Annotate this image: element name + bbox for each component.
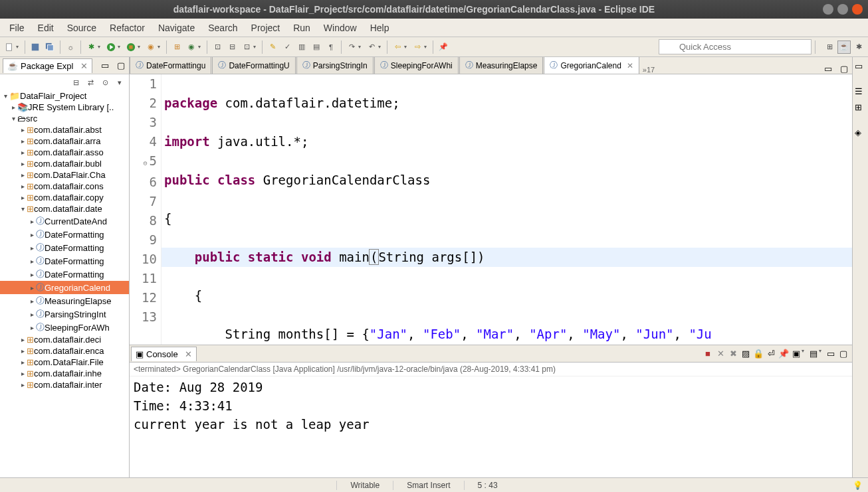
tree-item[interactable]: ▸⊞com.DataFlair.Cha [0,169,129,181]
back-icon[interactable]: ⇦ [391,41,404,54]
coverage-icon[interactable] [124,41,138,54]
clear-console-icon[interactable]: ▨ [740,348,752,360]
save-all-icon[interactable] [43,41,56,54]
minimize-console-icon[interactable]: ▭ [825,348,837,360]
new-class-icon[interactable]: ◉ [185,41,198,54]
menu-navigate[interactable]: Navigate [152,20,201,36]
ext-tools-icon[interactable]: ◉ [144,41,158,54]
minimize-editor-icon[interactable]: ▭ [820,64,836,74]
maximize-editor-icon[interactable]: ▢ [836,64,852,74]
open-type-icon[interactable]: ⊡ [211,41,224,54]
dropdown-icon[interactable]: ▾ [404,44,409,50]
menu-run[interactable]: Run [286,20,317,36]
dropdown-icon[interactable]: ▾ [802,348,807,360]
open-task-icon[interactable]: ⊟ [225,41,239,54]
tree-item[interactable]: ▸ⒿDateFormatting [0,241,129,254]
tree-item[interactable]: ▸⊞com.dataflair.bubl [0,158,129,169]
editor-tab[interactable]: ⒿDateFormattingU [212,57,295,74]
tree-item[interactable]: ▸⊞com.dataflair.arra [0,135,129,147]
menu-file[interactable]: File [3,20,31,36]
editor-tab[interactable]: ⒿGregorianCalend✕ [544,57,639,74]
minimize-view-icon[interactable]: ▭ [97,60,113,70]
close-tab-icon[interactable]: ✕ [80,61,88,71]
dropdown-icon[interactable]: ▾ [253,44,259,50]
console-output[interactable]: Date: Aug 28 2019 Time: 4:33:41 current … [130,376,852,477]
pin-console-icon[interactable]: 📌 [778,348,790,360]
annotation-icon[interactable]: ▥ [295,41,308,54]
new-icon[interactable] [3,41,16,54]
run-icon[interactable] [104,41,118,54]
package-explorer-tab[interactable]: ☕ Package Expl ✕ [3,58,92,73]
menu-project[interactable]: Project [245,20,287,36]
dropdown-icon[interactable]: ▾ [98,44,103,50]
tree-item[interactable]: ▸ⒿSleepingForAWh [0,321,129,334]
view-menu-icon[interactable]: ▾ [113,76,126,89]
tree-item[interactable]: ▸ⒿMeasuringElapse [0,294,129,307]
word-wrap-icon[interactable]: ⏎ [765,348,777,360]
open-console-icon[interactable]: ▤ [808,348,819,360]
scroll-lock-icon[interactable]: 🔒 [752,348,764,360]
dropdown-icon[interactable]: ▾ [819,348,824,360]
dropdown-icon[interactable]: ▾ [118,44,123,50]
code-editor[interactable]: 1234⊖5678910111213 package com.dataflair… [130,74,852,345]
dropdown-icon[interactable]: ▾ [424,44,429,50]
tree-item[interactable]: ▸⊞com.dataflair.copy [0,192,129,203]
close-tab-icon[interactable]: ✕ [185,349,192,359]
tree-item-selected[interactable]: ▸ⒿGregorianCalend [0,281,129,294]
package-tree[interactable]: ▾📁DataFlair_Project ▸📚JRE System Library… [0,90,129,477]
tip-icon[interactable]: 💡 [847,481,868,490]
debug-icon[interactable]: ✱ [84,41,98,54]
tree-item[interactable]: ▸ⒿDateFormatting [0,254,129,268]
pin-icon[interactable]: 📌 [437,41,450,54]
maximize-view-icon[interactable]: ▢ [113,60,129,70]
forward-icon[interactable]: ⇨ [411,41,424,54]
restore-icon[interactable]: ▭ [855,61,867,73]
link-editor-icon[interactable]: ⇄ [84,76,97,89]
outline-icon[interactable]: ⊞ [855,102,867,114]
jre-node[interactable]: ▸📚JRE System Library [.. [0,102,129,113]
editor-tab[interactable]: ⒿMeasuringElapse [459,57,544,74]
tree-item[interactable]: ▸ⒿParsingStringInt [0,307,129,321]
tree-item[interactable]: ▸ⒿDateFormatting [0,268,129,281]
maximize-console-icon[interactable]: ▢ [837,348,849,360]
code-content[interactable]: package com.dataflair.datetime; import j… [162,74,852,345]
collapse-all-icon[interactable]: ⊟ [69,76,82,89]
menu-refactor[interactable]: Refactor [103,20,152,36]
package-node[interactable]: ▾⊞com.dataflair.date [0,203,129,214]
maximize-button[interactable] [837,4,848,15]
tree-item[interactable]: ▸ⒿCurrentDateAnd [0,214,129,228]
open-perspective-icon[interactable]: ⊞ [823,41,836,54]
dropdown-icon[interactable]: ▾ [358,44,364,50]
src-node[interactable]: ▾🗁src [0,113,129,124]
new-package-icon[interactable]: ⊞ [170,41,183,54]
minimize-button[interactable] [823,4,833,15]
tree-item[interactable]: ▸⊞com.DataFlair.File [0,357,129,368]
prev-annotation-icon[interactable]: ↶ [365,41,378,54]
close-tab-icon[interactable]: ✕ [627,61,633,70]
menu-help[interactable]: Help [364,20,396,36]
java-perspective-icon[interactable]: ☕ [837,41,851,54]
editor-tab[interactable]: ⒿSleepingForAWhi [374,57,459,74]
menu-search[interactable]: Search [201,20,244,36]
project-node[interactable]: ▾📁DataFlair_Project [0,90,129,102]
console-tab[interactable]: ▣ Console ✕ [131,347,197,361]
more-tabs-icon[interactable]: »17 [643,66,655,74]
tree-item[interactable]: ▸⊞com.dataflair.inter [0,379,129,390]
tree-item[interactable]: ▸⊞com.dataflair.asso [0,147,129,158]
editor-tab[interactable]: ⒿDateFormattingu [130,57,211,74]
block-sel-icon[interactable]: ▤ [310,41,323,54]
dropdown-icon[interactable]: ▾ [158,44,163,50]
quick-access-input[interactable] [659,39,812,54]
next-annotation-icon[interactable]: ↷ [345,41,358,54]
remove-all-icon[interactable]: ✖ [727,348,739,360]
menu-source[interactable]: Source [60,20,103,36]
editor-tab[interactable]: ⒿParsingStringIn [296,57,374,74]
tree-item[interactable]: ▸⊞com.dataflair.enca [0,345,129,357]
tree-item[interactable]: ▸ⒿDateFormatting [0,228,129,241]
build-icon[interactable]: ☼ [64,41,77,54]
dropdown-icon[interactable]: ▾ [16,44,21,50]
menu-window[interactable]: Window [317,20,364,36]
tree-item[interactable]: ▸⊞com.dataflair.abst [0,124,129,135]
type-hierarchy-icon[interactable]: ◈ [855,127,867,139]
debug-perspective-icon[interactable]: ✱ [852,41,865,54]
